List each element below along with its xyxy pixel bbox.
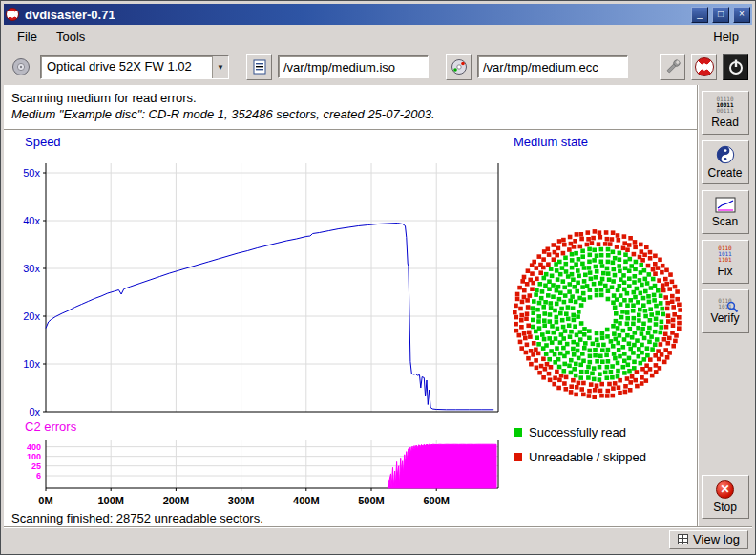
- menu-help[interactable]: Help: [705, 28, 746, 46]
- binary-read-icon: 01110 10011 00111: [716, 96, 733, 114]
- magnifier-icon: [726, 301, 739, 313]
- c2-errors-chart: 0M100M200M300M400M500M600M400100256: [4, 435, 504, 521]
- image-file-input[interactable]: [278, 55, 429, 78]
- c2-chart-title: C2 errors: [25, 419, 76, 434]
- scan-result-text: Scanning finished: 28752 unreadable sect…: [11, 511, 263, 525]
- scan-chart-icon: [715, 197, 736, 213]
- help-button[interactable]: [691, 54, 717, 80]
- legend-item-unreadable: Unreadable / skipped: [514, 450, 646, 464]
- image-file-button[interactable]: [246, 54, 272, 80]
- window-title: dvdisaster-0.71: [23, 8, 687, 22]
- svg-text:10x: 10x: [23, 358, 40, 370]
- binary-row: 1101: [718, 257, 731, 263]
- svg-text:6: 6: [36, 471, 41, 480]
- chevron-down-icon: ▼: [212, 56, 228, 78]
- app-window: dvdisaster-0.71 _ □ × File Tools Help Op…: [0, 0, 756, 555]
- app-icon: [6, 8, 19, 21]
- optical-drive-icon: [10, 56, 32, 77]
- create-button[interactable]: Create: [702, 140, 749, 184]
- menu-file[interactable]: File: [10, 28, 45, 46]
- svg-text:100M: 100M: [97, 495, 124, 506]
- disc-visualization: [508, 224, 687, 404]
- legend-item-read: Successfully read: [514, 425, 626, 439]
- close-button[interactable]: ×: [733, 7, 750, 23]
- svg-text:20x: 20x: [23, 310, 40, 322]
- preferences-button[interactable]: [660, 54, 685, 80]
- minimize-button[interactable]: _: [691, 7, 708, 23]
- binary-verify-icon: 0110 1011: [718, 298, 731, 310]
- binary-row: 00111: [716, 108, 733, 114]
- binary-fix-icon: 0110 1011 1101: [718, 245, 731, 263]
- view-log-label: View log: [693, 532, 740, 546]
- quit-button[interactable]: [723, 54, 748, 80]
- drive-selector-value: Optical drive 52X FW 1.02: [41, 56, 212, 78]
- ecc-file-button[interactable]: [446, 54, 472, 80]
- fix-button[interactable]: 0110 1011 1101 Fix: [702, 240, 749, 284]
- scan-button[interactable]: Scan: [702, 190, 749, 234]
- svg-text:50x: 50x: [23, 167, 40, 179]
- create-button-label: Create: [707, 166, 742, 180]
- view-log-button[interactable]: View log: [669, 530, 748, 549]
- legend-unreadable-swatch: [514, 453, 522, 461]
- legend-unreadable-label: Unreadable / skipped: [529, 450, 646, 464]
- verify-button[interactable]: 0110 1011 Verify: [702, 289, 749, 333]
- svg-text:0x: 0x: [29, 406, 40, 417]
- sidebar: 01110 10011 00111 Read Create: [697, 85, 752, 526]
- lifesaver-icon: [695, 57, 714, 76]
- verify-button-label: Verify: [710, 311, 739, 325]
- separator: [4, 129, 697, 131]
- ecc-file-input[interactable]: [477, 55, 628, 78]
- power-icon: [726, 57, 746, 76]
- image-file-icon: [251, 58, 268, 75]
- svg-text:0M: 0M: [38, 495, 52, 506]
- menu-tools[interactable]: Tools: [49, 28, 93, 46]
- drive-select-button[interactable]: [8, 53, 34, 80]
- svg-text:100: 100: [27, 452, 41, 461]
- svg-text:600M: 600M: [423, 495, 450, 506]
- maximize-button[interactable]: □: [712, 7, 729, 23]
- svg-text:25: 25: [32, 461, 41, 471]
- content-area: Scanning medium for read errors. Medium …: [4, 85, 752, 526]
- legend-read-swatch: [514, 428, 522, 437]
- menubar: File Tools Help: [4, 25, 752, 49]
- read-button-label: Read: [711, 116, 739, 129]
- legend-read-label: Successfully read: [529, 425, 626, 439]
- speed-chart-title: Speed: [25, 135, 61, 149]
- drive-selector[interactable]: Optical drive 52X FW 1.02 ▼: [40, 55, 229, 79]
- svg-text:500M: 500M: [358, 495, 385, 506]
- svg-text:40x: 40x: [23, 215, 40, 226]
- svg-text:400: 400: [27, 442, 41, 452]
- svg-text:200M: 200M: [163, 495, 190, 506]
- stop-icon: ✕: [716, 480, 734, 499]
- stop-button-label: Stop: [713, 501, 737, 514]
- wrench-icon: [663, 57, 682, 76]
- scan-button-label: Scan: [712, 215, 738, 228]
- stop-button[interactable]: ✕ Stop: [702, 475, 749, 519]
- ecc-file-icon: [451, 58, 468, 75]
- read-button[interactable]: 01110 10011 00111 Read: [702, 91, 749, 135]
- svg-text:300M: 300M: [228, 495, 255, 506]
- yin-yang-icon: [716, 145, 735, 164]
- fix-button-label: Fix: [718, 265, 733, 278]
- status-line-2: Medium "Example disc": CD-R mode 1, 3524…: [11, 107, 435, 121]
- toolbar: Optical drive 52X FW 1.02 ▼: [4, 49, 752, 85]
- statusbar: View log: [4, 526, 752, 551]
- svg-text:400M: 400M: [293, 495, 320, 506]
- medium-state-title: Medium state: [514, 135, 588, 149]
- log-grid-icon: [678, 534, 688, 544]
- status-line-1: Scanning medium for read errors.: [11, 91, 197, 105]
- titlebar[interactable]: dvdisaster-0.71 _ □ ×: [4, 4, 752, 25]
- svg-text:30x: 30x: [23, 263, 40, 274]
- speed-chart: 0x10x20x30x40x50x: [4, 148, 504, 417]
- main-panel: Scanning medium for read errors. Medium …: [4, 85, 697, 526]
